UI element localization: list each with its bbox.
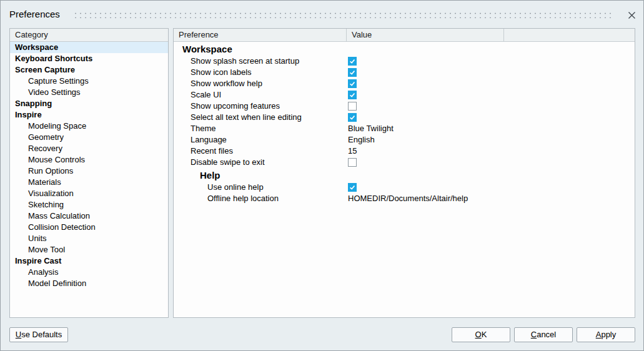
empty-column-header <box>504 29 635 41</box>
checkmark-icon <box>349 91 356 99</box>
pref-label: Language <box>174 134 347 146</box>
pref-label: Show splash screen at startup <box>174 56 347 67</box>
category-item-modeling-space[interactable]: Modeling Space <box>10 121 168 132</box>
pref-row-disable-swipe: Disable swipe to exit <box>174 157 635 168</box>
category-item-run-options[interactable]: Run Options <box>10 166 168 177</box>
pref-label: Show workflow help <box>174 78 347 89</box>
cancel-button[interactable]: Cancel <box>514 327 573 342</box>
apply-button[interactable]: Apply <box>577 327 635 342</box>
checkbox-select-all-text[interactable] <box>348 113 357 122</box>
checkbox-show-workflow-help[interactable] <box>348 79 357 88</box>
ok-button[interactable]: OK <box>452 327 510 342</box>
category-item-collision-detection[interactable]: Collision Detection <box>10 222 168 233</box>
checkmark-icon <box>349 69 356 76</box>
pref-label: Show upcoming features <box>174 101 347 112</box>
pref-label: Theme <box>174 123 347 134</box>
value-recent-files[interactable]: 15 <box>347 146 357 157</box>
pref-row-use-online-help: Use online help <box>174 182 635 193</box>
value-column-header: Value <box>347 29 504 41</box>
category-item-inspire[interactable]: Inspire <box>10 109 168 121</box>
category-item-mass-calculation[interactable]: Mass Calculation <box>10 210 168 222</box>
preferences-panel: Preference Value Workspace Show splash s… <box>173 28 635 318</box>
use-defaults-button[interactable]: Use Defaults <box>9 327 68 342</box>
category-item-materials[interactable]: Materials <box>10 177 168 188</box>
checkbox-disable-swipe[interactable] <box>348 158 357 167</box>
category-item-mouse-controls[interactable]: Mouse Controls <box>10 154 168 166</box>
pref-label: Disable swipe to exit <box>174 157 347 168</box>
value-language[interactable]: English <box>347 134 375 146</box>
checkbox-show-splash-screen[interactable] <box>348 57 357 66</box>
checkmark-icon <box>349 80 356 87</box>
section-title-help: Help <box>174 168 635 182</box>
value-theme[interactable]: Blue Twilight <box>347 123 394 134</box>
checkmark-icon <box>349 184 356 191</box>
category-column-header: Category <box>10 29 168 42</box>
category-list: Workspace Keyboard Shortcuts Screen Capt… <box>10 42 168 317</box>
dialog-title: Preferences <box>9 9 60 19</box>
category-panel: Category Workspace Keyboard Shortcuts Sc… <box>9 28 169 318</box>
pref-label: Scale UI <box>174 89 347 101</box>
pref-row-language: Language English <box>174 134 635 146</box>
category-item-workspace[interactable]: Workspace <box>10 42 168 53</box>
category-item-recovery[interactable]: Recovery <box>10 143 168 154</box>
category-item-move-tool[interactable]: Move Tool <box>10 244 168 255</box>
pref-row-recent-files: Recent files 15 <box>174 146 635 157</box>
category-item-capture-settings[interactable]: Capture Settings <box>10 76 168 87</box>
checkbox-show-upcoming-features[interactable] <box>348 102 357 111</box>
category-item-video-settings[interactable]: Video Settings <box>10 87 168 98</box>
category-item-screen-capture[interactable]: Screen Capture <box>10 64 168 76</box>
pref-row-theme: Theme Blue Twilight <box>174 123 635 134</box>
pref-row-offline-help-location: Offline help location HOMEDIR/Documents/… <box>174 193 635 204</box>
pref-row-show-upcoming-features: Show upcoming features <box>174 101 635 112</box>
pref-row-scale-ui: Scale UI <box>174 89 635 101</box>
category-item-snapping[interactable]: Snapping <box>10 98 168 109</box>
section-title-workspace: Workspace <box>174 42 635 56</box>
preference-column-header: Preference <box>174 29 347 41</box>
category-item-sketching[interactable]: Sketching <box>10 199 168 210</box>
preferences-dialog: Preferences Category Workspace Keyboard … <box>0 0 644 351</box>
preferences-body: Workspace Show splash screen at startup … <box>174 42 635 317</box>
drag-handle-dots[interactable] <box>73 11 615 18</box>
checkmark-icon <box>349 57 356 65</box>
title-bar: Preferences <box>1 1 643 27</box>
pref-row-show-icon-labels: Show icon labels <box>174 67 635 78</box>
category-item-inspire-cast[interactable]: Inspire Cast <box>10 255 168 267</box>
pref-row-show-splash-screen: Show splash screen at startup <box>174 56 635 67</box>
pref-label: Offline help location <box>174 193 347 204</box>
pref-row-select-all-text: Select all text when line editing <box>174 112 635 123</box>
value-offline-help-location[interactable]: HOMEDIR/Documents/Altair/help <box>347 193 468 204</box>
close-button[interactable] <box>625 9 638 21</box>
category-item-keyboard-shortcuts[interactable]: Keyboard Shortcuts <box>10 53 168 64</box>
category-item-units[interactable]: Units <box>10 233 168 244</box>
close-icon <box>628 11 636 19</box>
pref-label: Show icon labels <box>174 67 347 78</box>
pref-label: Select all text when line editing <box>174 112 347 123</box>
checkbox-scale-ui[interactable] <box>348 91 357 99</box>
category-item-geometry[interactable]: Geometry <box>10 132 168 143</box>
checkmark-icon <box>349 114 356 121</box>
category-item-analysis[interactable]: Analysis <box>10 267 168 278</box>
checkbox-use-online-help[interactable] <box>348 183 357 192</box>
checkbox-show-icon-labels[interactable] <box>348 68 357 77</box>
pref-label: Recent files <box>174 146 347 157</box>
pref-label: Use online help <box>174 182 347 193</box>
category-item-model-definition[interactable]: Model Definition <box>10 278 168 289</box>
preferences-header-row: Preference Value <box>174 29 635 42</box>
category-item-visualization[interactable]: Visualization <box>10 188 168 199</box>
pref-row-show-workflow-help: Show workflow help <box>174 78 635 89</box>
